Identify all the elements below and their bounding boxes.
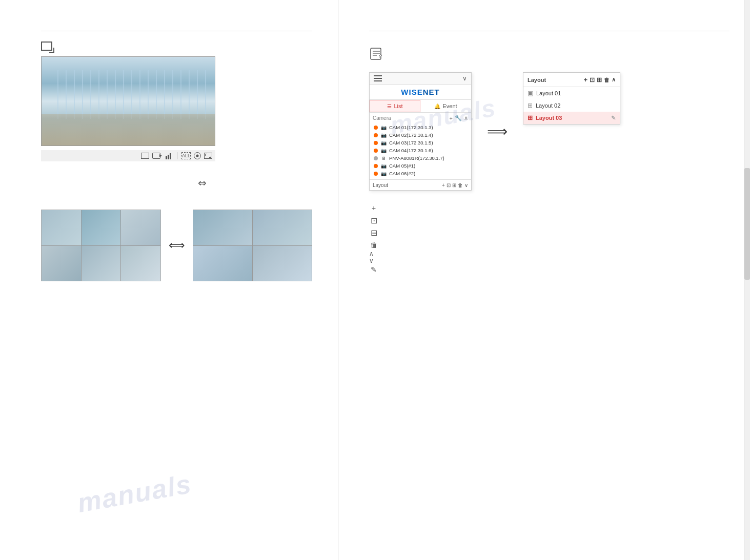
- tab-list-label: List: [394, 103, 402, 109]
- right-column: ∨ WISENET ☰ List 🔔 Event: [338, 0, 750, 560]
- camera-settings-icon[interactable]: [194, 152, 201, 159]
- image-toolbar: ALL: [41, 150, 215, 161]
- snapshot-icon[interactable]: [141, 153, 149, 159]
- note-icon-area: [369, 47, 729, 62]
- hamburger-menu-icon[interactable]: [374, 75, 382, 81]
- cam-name-6: CAM 06(#2): [389, 171, 415, 176]
- cam-name-3: CAM 03(172.30.1.5): [389, 140, 433, 146]
- layout-01-label: Layout 01: [536, 90, 561, 96]
- cam-icon-2: 📷: [380, 133, 387, 138]
- hamburger-line-3: [374, 80, 382, 81]
- legend-move-icon: ∧ ∨: [369, 253, 378, 262]
- layout-panel-save-icon[interactable]: ⊡: [590, 76, 595, 84]
- layout-add-icon[interactable]: +: [442, 182, 445, 188]
- legend-edit-icon: ⊟: [369, 228, 378, 237]
- layout-bottom-bar: Layout + ⊡ ⊞ 🗑 ∨: [370, 179, 471, 190]
- layout-item-03[interactable]: ⊞ Layout 03 ✎: [523, 112, 620, 124]
- layout-panel-collapse-icon[interactable]: ∧: [612, 76, 616, 83]
- add-camera-icon[interactable]: +: [450, 115, 453, 121]
- camera-section-actions: + 🔧 ∧: [450, 115, 468, 121]
- legend-item-add: +: [369, 203, 729, 213]
- tab-event[interactable]: 🔔 Event: [420, 100, 471, 112]
- layout-expand-icon[interactable]: ∨: [464, 182, 468, 188]
- layout-save-icon[interactable]: ⊡: [447, 182, 451, 188]
- layout-02-label: Layout 02: [536, 102, 560, 109]
- camera-list-item-5[interactable]: 📷 CAM 05(#1): [373, 162, 468, 170]
- scrollbar[interactable]: [744, 0, 750, 560]
- tab-list[interactable]: ☰ List: [370, 100, 420, 112]
- camera-settings-icon[interactable]: 🔧: [455, 115, 462, 121]
- camera-image-inner: [42, 57, 215, 146]
- panel-chevron-icon[interactable]: ∨: [462, 75, 467, 82]
- camera-section-header: Camera + 🔧 ∧: [373, 115, 468, 121]
- right-divider: [369, 31, 729, 31]
- left-column: ALL ⇔ ⟺: [0, 0, 338, 560]
- record-icon[interactable]: [152, 153, 160, 159]
- camera-list-item-3[interactable]: 📷 CAM 03(172.30.1.5): [373, 139, 468, 147]
- camera-list-item-4[interactable]: 📷 CAM 04(172.30.1.6): [373, 147, 468, 154]
- camera-section-label: Camera: [373, 115, 391, 121]
- compare-arrows-icon: ⇔: [198, 177, 207, 189]
- compare-icon-label: ⇔: [92, 177, 312, 189]
- cam-name-2: CAM 02(172.30.1.4): [389, 132, 433, 138]
- cam-icon-4: 📷: [380, 148, 387, 153]
- camera-collapse-icon[interactable]: ∧: [464, 115, 468, 121]
- watermark-left: manuals: [75, 468, 194, 518]
- list-tab-icon: ☰: [387, 103, 392, 109]
- camera-list-item[interactable]: 📷 CAM 01(172.30.1.3): [373, 123, 468, 131]
- grid-cell-5: [82, 246, 121, 281]
- wisenet-logo: WISENET: [370, 85, 471, 100]
- layout-01-icon: ▣: [528, 90, 533, 97]
- legend-rename-icon: ✎: [369, 265, 378, 274]
- cam-status-dot-1: [374, 126, 378, 130]
- legend-save-icon: ⊡: [369, 216, 378, 225]
- transition-arrow: ⟺: [169, 239, 185, 252]
- camera-list-item-6[interactable]: 📷 CAM 06(#2): [373, 170, 468, 177]
- cam-status-dot-pnv: [374, 156, 378, 160]
- layout-bottom-label: Layout: [373, 182, 388, 188]
- layout-item-01[interactable]: ▣ Layout 01: [523, 87, 620, 99]
- layout-03-edit-icon[interactable]: ✎: [611, 115, 616, 121]
- layout-panel-copy-icon[interactable]: ⊞: [597, 76, 602, 84]
- legend-item-edit: ⊟: [369, 228, 729, 237]
- legend-item-delete: 🗑: [369, 240, 729, 250]
- hamburger-line-1: [374, 75, 382, 76]
- layout-panel-add-icon[interactable]: +: [583, 76, 587, 84]
- legend-delete-icon: 🗑: [369, 240, 378, 250]
- layout-panel: Layout + ⊡ ⊞ 🗑 ∧ ▣ Layout 01 ⊞: [523, 72, 620, 125]
- cam-name-5: CAM 05(#1): [389, 163, 415, 169]
- layout-delete-icon[interactable]: 🗑: [458, 182, 463, 188]
- grid-cell2-2: [253, 210, 312, 245]
- expand-icon[interactable]: [41, 42, 52, 51]
- wisenet-logo-text: WISENET: [401, 88, 439, 96]
- legend-item-save: ⊡: [369, 216, 729, 225]
- fullscreen-icon[interactable]: [204, 153, 212, 159]
- wisenet-panel: ∨ WISENET ☰ List 🔔 Event: [369, 72, 472, 191]
- camera-list-item-pnv[interactable]: 🖥 PNV-A8081R(172.30.1.7): [373, 154, 468, 162]
- stats-icon[interactable]: [164, 152, 173, 159]
- camera-section: Camera + 🔧 ∧ 📷 CAM 01(172.30.1.3): [370, 113, 471, 179]
- layout-comparison: ⟺: [41, 210, 312, 281]
- layout-panel-delete-icon[interactable]: 🗑: [604, 77, 610, 83]
- cam-icon-1: 📷: [380, 125, 387, 130]
- layout-03-label: Layout 03: [536, 115, 562, 121]
- layout-panel-header: Layout + ⊡ ⊞ 🗑 ∧: [523, 73, 620, 87]
- scrollbar-thumb: [744, 168, 750, 280]
- icon-legend: + ⊡ ⊟ 🗑 ∧ ∨ ✎: [369, 203, 729, 274]
- grid-cell-1: [42, 210, 81, 245]
- layout-panel-title: Layout: [528, 77, 546, 83]
- camera-list-item-2[interactable]: 📷 CAM 02(172.30.1.4): [373, 131, 468, 139]
- big-arrow: ⟹: [487, 123, 508, 140]
- aspect-ratio-icon[interactable]: ALL: [181, 152, 191, 159]
- hamburger-line-2: [374, 78, 382, 79]
- grid-cell2-3: [193, 246, 252, 281]
- layout-copy-icon[interactable]: ⊞: [452, 182, 456, 188]
- tab-event-label: Event: [442, 103, 457, 109]
- camera-live-view: [41, 56, 215, 146]
- layout-item-02[interactable]: ⊞ Layout 02: [523, 99, 620, 112]
- expand-icon-area: [41, 42, 312, 52]
- note-icon: [369, 47, 383, 61]
- cam-icon-5: 📷: [380, 163, 387, 169]
- left-divider: [41, 31, 312, 31]
- svg-rect-0: [371, 48, 381, 59]
